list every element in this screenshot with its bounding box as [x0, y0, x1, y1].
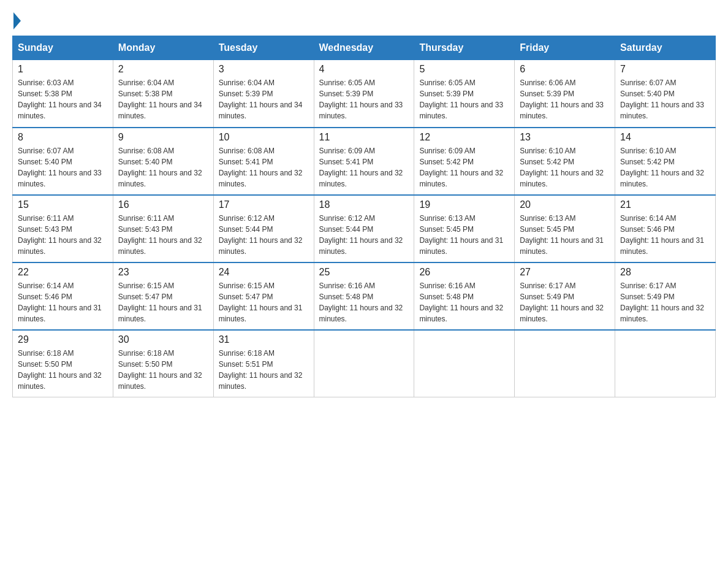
day-info: Sunrise: 6:15 AM Sunset: 5:47 PM Dayligh… — [219, 280, 309, 324]
calendar-day-cell: 14 Sunrise: 6:10 AM Sunset: 5:42 PM Dayl… — [615, 128, 716, 195]
day-info: Sunrise: 6:16 AM Sunset: 5:48 PM Dayligh… — [419, 280, 509, 324]
calendar-day-cell: 23 Sunrise: 6:15 AM Sunset: 5:47 PM Dayl… — [113, 262, 213, 330]
day-number: 20 — [520, 199, 610, 210]
day-info: Sunrise: 6:08 AM Sunset: 5:40 PM Dayligh… — [118, 145, 208, 190]
calendar-day-cell: 24 Sunrise: 6:15 AM Sunset: 5:47 PM Dayl… — [213, 262, 314, 330]
day-info: Sunrise: 6:09 AM Sunset: 5:41 PM Dayligh… — [319, 145, 409, 190]
weekday-header-tuesday: Tuesday — [213, 36, 314, 60]
calendar-day-cell: 19 Sunrise: 6:13 AM Sunset: 5:45 PM Dayl… — [414, 195, 515, 262]
day-number: 19 — [419, 199, 509, 210]
calendar-day-cell: 31 Sunrise: 6:18 AM Sunset: 5:51 PM Dayl… — [213, 330, 314, 397]
calendar-day-cell: 28 Sunrise: 6:17 AM Sunset: 5:49 PM Dayl… — [615, 262, 716, 330]
day-number: 15 — [18, 199, 108, 210]
calendar-day-cell: 7 Sunrise: 6:07 AM Sunset: 5:40 PM Dayli… — [615, 60, 716, 128]
calendar-day-cell: 25 Sunrise: 6:16 AM Sunset: 5:48 PM Dayl… — [314, 262, 414, 330]
day-number: 22 — [18, 267, 108, 278]
day-info: Sunrise: 6:15 AM Sunset: 5:47 PM Dayligh… — [118, 280, 208, 324]
calendar-day-cell — [314, 330, 414, 397]
calendar-day-cell: 17 Sunrise: 6:12 AM Sunset: 5:44 PM Dayl… — [213, 195, 314, 262]
calendar-week-row: 15 Sunrise: 6:11 AM Sunset: 5:43 PM Dayl… — [13, 195, 716, 262]
day-number: 10 — [219, 132, 309, 143]
day-info: Sunrise: 6:07 AM Sunset: 5:40 PM Dayligh… — [18, 145, 108, 190]
calendar-table: SundayMondayTuesdayWednesdayThursdayFrid… — [12, 36, 716, 397]
logo-arrow-icon — [13, 12, 21, 29]
day-number: 31 — [219, 334, 309, 345]
day-number: 30 — [118, 334, 208, 345]
calendar-day-cell: 11 Sunrise: 6:09 AM Sunset: 5:41 PM Dayl… — [314, 128, 414, 195]
calendar-day-cell: 30 Sunrise: 6:18 AM Sunset: 5:50 PM Dayl… — [113, 330, 213, 397]
day-info: Sunrise: 6:11 AM Sunset: 5:43 PM Dayligh… — [18, 213, 108, 257]
day-info: Sunrise: 6:13 AM Sunset: 5:45 PM Dayligh… — [419, 213, 509, 257]
day-info: Sunrise: 6:17 AM Sunset: 5:49 PM Dayligh… — [620, 280, 710, 324]
calendar-day-cell: 5 Sunrise: 6:05 AM Sunset: 5:39 PM Dayli… — [414, 60, 515, 128]
day-info: Sunrise: 6:10 AM Sunset: 5:42 PM Dayligh… — [620, 145, 710, 190]
day-info: Sunrise: 6:14 AM Sunset: 5:46 PM Dayligh… — [18, 280, 108, 324]
day-info: Sunrise: 6:08 AM Sunset: 5:41 PM Dayligh… — [219, 145, 309, 190]
calendar-day-cell: 12 Sunrise: 6:09 AM Sunset: 5:42 PM Dayl… — [414, 128, 515, 195]
day-info: Sunrise: 6:04 AM Sunset: 5:39 PM Dayligh… — [219, 77, 309, 121]
calendar-day-cell: 3 Sunrise: 6:04 AM Sunset: 5:39 PM Dayli… — [213, 60, 314, 128]
day-info: Sunrise: 6:13 AM Sunset: 5:45 PM Dayligh… — [520, 213, 610, 257]
calendar-day-cell — [615, 330, 716, 397]
day-number: 4 — [319, 64, 409, 75]
weekday-header-saturday: Saturday — [615, 36, 716, 60]
page-header — [12, 12, 716, 29]
calendar-week-row: 8 Sunrise: 6:07 AM Sunset: 5:40 PM Dayli… — [13, 128, 716, 195]
calendar-day-cell: 8 Sunrise: 6:07 AM Sunset: 5:40 PM Dayli… — [13, 128, 113, 195]
day-info: Sunrise: 6:04 AM Sunset: 5:38 PM Dayligh… — [118, 77, 208, 121]
calendar-day-cell — [515, 330, 615, 397]
calendar-week-row: 1 Sunrise: 6:03 AM Sunset: 5:38 PM Dayli… — [13, 60, 716, 128]
day-info: Sunrise: 6:14 AM Sunset: 5:46 PM Dayligh… — [620, 213, 710, 257]
calendar-day-cell: 4 Sunrise: 6:05 AM Sunset: 5:39 PM Dayli… — [314, 60, 414, 128]
day-number: 21 — [620, 199, 710, 210]
weekday-header-monday: Monday — [113, 36, 213, 60]
day-number: 9 — [118, 132, 208, 143]
day-info: Sunrise: 6:18 AM Sunset: 5:50 PM Dayligh… — [118, 348, 208, 392]
calendar-week-row: 22 Sunrise: 6:14 AM Sunset: 5:46 PM Dayl… — [13, 262, 716, 330]
day-info: Sunrise: 6:06 AM Sunset: 5:39 PM Dayligh… — [520, 77, 610, 121]
day-info: Sunrise: 6:05 AM Sunset: 5:39 PM Dayligh… — [419, 77, 509, 121]
calendar-day-cell: 15 Sunrise: 6:11 AM Sunset: 5:43 PM Dayl… — [13, 195, 113, 262]
day-info: Sunrise: 6:16 AM Sunset: 5:48 PM Dayligh… — [319, 280, 409, 324]
day-info: Sunrise: 6:05 AM Sunset: 5:39 PM Dayligh… — [319, 77, 409, 121]
day-number: 23 — [118, 267, 208, 278]
day-number: 14 — [620, 132, 710, 143]
weekday-header-wednesday: Wednesday — [314, 36, 414, 60]
day-number: 12 — [419, 132, 509, 143]
day-number: 17 — [219, 199, 309, 210]
day-info: Sunrise: 6:07 AM Sunset: 5:40 PM Dayligh… — [620, 77, 710, 121]
day-info: Sunrise: 6:12 AM Sunset: 5:44 PM Dayligh… — [319, 213, 409, 257]
day-number: 13 — [520, 132, 610, 143]
day-number: 6 — [520, 64, 610, 75]
logo — [12, 12, 22, 29]
calendar-day-cell — [414, 330, 515, 397]
calendar-day-cell: 10 Sunrise: 6:08 AM Sunset: 5:41 PM Dayl… — [213, 128, 314, 195]
day-info: Sunrise: 6:18 AM Sunset: 5:50 PM Dayligh… — [18, 348, 108, 392]
calendar-day-cell: 26 Sunrise: 6:16 AM Sunset: 5:48 PM Dayl… — [414, 262, 515, 330]
day-number: 1 — [18, 64, 108, 75]
calendar-day-cell: 2 Sunrise: 6:04 AM Sunset: 5:38 PM Dayli… — [113, 60, 213, 128]
day-number: 11 — [319, 132, 409, 143]
day-info: Sunrise: 6:17 AM Sunset: 5:49 PM Dayligh… — [520, 280, 610, 324]
weekday-header-sunday: Sunday — [13, 36, 113, 60]
calendar-day-cell: 9 Sunrise: 6:08 AM Sunset: 5:40 PM Dayli… — [113, 128, 213, 195]
day-info: Sunrise: 6:18 AM Sunset: 5:51 PM Dayligh… — [219, 348, 309, 392]
calendar-day-cell: 1 Sunrise: 6:03 AM Sunset: 5:38 PM Dayli… — [13, 60, 113, 128]
day-info: Sunrise: 6:03 AM Sunset: 5:38 PM Dayligh… — [18, 77, 108, 121]
calendar-week-row: 29 Sunrise: 6:18 AM Sunset: 5:50 PM Dayl… — [13, 330, 716, 397]
calendar-day-cell: 18 Sunrise: 6:12 AM Sunset: 5:44 PM Dayl… — [314, 195, 414, 262]
day-number: 5 — [419, 64, 509, 75]
weekday-header-row: SundayMondayTuesdayWednesdayThursdayFrid… — [13, 36, 716, 60]
day-number: 2 — [118, 64, 208, 75]
calendar-day-cell: 29 Sunrise: 6:18 AM Sunset: 5:50 PM Dayl… — [13, 330, 113, 397]
weekday-header-friday: Friday — [515, 36, 615, 60]
day-number: 25 — [319, 267, 409, 278]
calendar-day-cell: 22 Sunrise: 6:14 AM Sunset: 5:46 PM Dayl… — [13, 262, 113, 330]
day-info: Sunrise: 6:11 AM Sunset: 5:43 PM Dayligh… — [118, 213, 208, 257]
day-number: 27 — [520, 267, 610, 278]
calendar-day-cell: 13 Sunrise: 6:10 AM Sunset: 5:42 PM Dayl… — [515, 128, 615, 195]
weekday-header-thursday: Thursday — [414, 36, 515, 60]
day-number: 8 — [18, 132, 108, 143]
day-number: 16 — [118, 199, 208, 210]
day-number: 29 — [18, 334, 108, 345]
